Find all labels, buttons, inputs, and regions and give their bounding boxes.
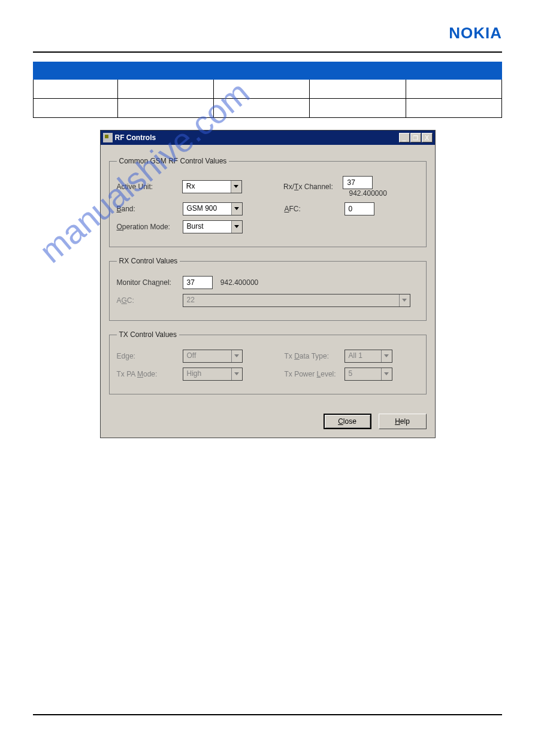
monitor-channel-label: Monitor Channel:: [117, 278, 171, 287]
agc-combo: 22: [183, 294, 410, 307]
table-cell: [117, 80, 213, 99]
rx-control-legend: RX Control Values: [117, 257, 180, 265]
svg-marker-3: [402, 299, 407, 302]
page-header: NOKIA: [33, 24, 502, 42]
monitor-channel-input[interactable]: 37: [183, 276, 213, 289]
active-unit-label: Active Unit:: [117, 183, 153, 191]
chevron-down-icon: [231, 368, 242, 380]
chevron-down-icon: [231, 350, 242, 362]
table-cell: [34, 80, 118, 99]
chevron-down-icon: [381, 368, 392, 380]
agc-value: 22: [183, 294, 399, 306]
svg-marker-4: [234, 354, 239, 357]
nokia-logo: NOKIA: [449, 24, 502, 42]
edge-label: Edge:: [117, 352, 135, 360]
tx-pa-mode-value: High: [183, 368, 231, 380]
rx-control-group: RX Control Values Monitor Channel: 37 94…: [109, 257, 427, 321]
common-rf-legend: Common GSM RF Control Values: [117, 157, 229, 165]
table-cell: [406, 99, 501, 118]
table-row: [34, 99, 502, 118]
table-row: [34, 80, 502, 99]
band-label: Band:: [117, 205, 135, 213]
svg-marker-0: [234, 185, 238, 188]
svg-marker-1: [234, 207, 239, 210]
table-cell: [310, 80, 406, 99]
table-header: [117, 62, 213, 80]
restore-icon: ❐: [413, 135, 418, 141]
table-header: [310, 62, 406, 80]
table-cell: [406, 80, 501, 99]
help-button[interactable]: Help: [379, 414, 427, 429]
restore-button[interactable]: ❐: [410, 133, 421, 142]
edge-value: Off: [183, 350, 231, 362]
operation-mode-combo[interactable]: Burst: [183, 220, 243, 233]
rxtx-channel-label: Rx/Tx Channel:: [283, 183, 333, 191]
data-table: [33, 62, 502, 118]
dialog-titlebar[interactable]: RF Controls _ ❐ X: [101, 130, 435, 145]
svg-marker-2: [234, 225, 239, 228]
chevron-down-icon[interactable]: [231, 203, 242, 215]
dialog-container: manualshive.com RF Controls _ ❐ X Common…: [33, 130, 502, 438]
rxtx-frequency: 942.400000: [349, 189, 386, 198]
table-header-row: [34, 62, 502, 80]
table-cell: [214, 99, 310, 118]
edge-combo: Off: [183, 350, 243, 363]
close-dialog-button[interactable]: Close: [324, 414, 371, 429]
monitor-frequency: 942.400000: [220, 278, 258, 287]
svg-marker-5: [384, 354, 389, 357]
tx-data-type-label: Tx Data Type:: [285, 352, 330, 360]
agc-label: AGC:: [117, 296, 134, 305]
table-cell: [34, 99, 118, 118]
svg-marker-7: [384, 372, 389, 375]
minimize-icon: _: [403, 135, 406, 141]
table-cell: [214, 80, 310, 99]
chevron-down-icon[interactable]: [231, 221, 242, 233]
svg-marker-6: [234, 372, 239, 375]
dialog-title: RF Controls: [115, 133, 399, 142]
active-unit-value: Rx: [183, 181, 231, 193]
tx-power-level-label: Tx Power Level:: [285, 370, 336, 378]
divider-top: [33, 51, 502, 53]
tx-pa-mode-label: Tx PA Mode:: [117, 370, 158, 378]
table-header: [214, 62, 310, 80]
table-cell: [310, 99, 406, 118]
active-unit-combo[interactable]: Rx: [182, 180, 242, 193]
common-rf-group: Common GSM RF Control Values Active Unit…: [109, 157, 427, 247]
afc-input[interactable]: 0: [344, 202, 374, 215]
app-icon: [103, 133, 113, 142]
rf-controls-dialog: RF Controls _ ❐ X Common GSM RF Control …: [100, 130, 436, 438]
tx-pa-mode-combo: High: [183, 368, 243, 381]
divider-bottom: [33, 714, 502, 715]
tx-power-level-value: 5: [345, 368, 381, 380]
band-combo[interactable]: GSM 900: [183, 202, 243, 215]
chevron-down-icon: [399, 294, 410, 306]
tx-data-type-value: All 1: [345, 350, 381, 362]
minimize-button[interactable]: _: [399, 133, 410, 142]
close-icon: X: [425, 135, 429, 141]
tx-power-level-combo: 5: [344, 368, 392, 381]
rxtx-channel-input[interactable]: 37: [343, 176, 373, 189]
table-header: [406, 62, 501, 80]
table-header: [34, 62, 118, 80]
tx-control-legend: TX Control Values: [117, 330, 180, 339]
tx-data-type-combo: All 1: [344, 350, 392, 363]
afc-label: AFC:: [285, 205, 301, 213]
operation-mode-value: Burst: [183, 221, 231, 233]
chevron-down-icon: [381, 350, 392, 362]
operation-mode-label: Operation Mode:: [117, 223, 170, 231]
table-cell: [117, 99, 213, 118]
chevron-down-icon[interactable]: [231, 181, 241, 193]
close-button[interactable]: X: [422, 133, 433, 142]
band-value: GSM 900: [183, 203, 231, 215]
tx-control-group: TX Control Values Edge: Off Tx Data Type…: [109, 330, 427, 394]
